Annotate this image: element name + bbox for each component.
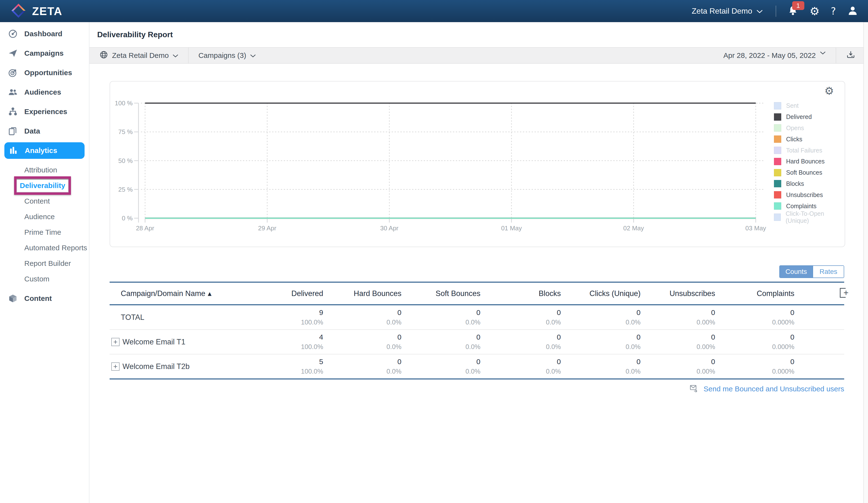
column-header-label: Blocks — [539, 289, 561, 298]
column-header-label: Unsubscribes — [670, 289, 715, 298]
chevron-down-icon — [820, 48, 826, 57]
legend-item-clicks[interactable]: Clicks — [774, 133, 845, 145]
people-icon — [8, 87, 18, 97]
legend-item-soft-bounces[interactable]: Soft Bounces — [774, 167, 845, 178]
sidebar-subitem-content[interactable]: Content — [0, 193, 89, 209]
chevron-down-icon — [250, 51, 256, 60]
legend-swatch — [774, 169, 781, 176]
chevron-down-icon — [756, 7, 763, 16]
expand-row-button[interactable]: + — [111, 362, 120, 371]
table-row-total: TOTAL9100.0%00.0%00.0%00.0%00.0%00.00%00… — [110, 305, 844, 330]
globe-icon — [100, 50, 108, 61]
legend-label: Complaints — [786, 203, 816, 210]
sidebar-item-audiences[interactable]: Audiences — [0, 82, 89, 102]
legend-item-sent[interactable]: Sent — [774, 100, 845, 111]
sidebar-subitem-attribution[interactable]: Attribution — [0, 162, 89, 178]
metric-cell-soft-bounces: 00.0% — [401, 309, 480, 326]
legend-label: Delivered — [786, 113, 812, 120]
brand: ZETA — [0, 3, 62, 19]
profile-button[interactable] — [847, 5, 858, 17]
sidebar-subitem-audience[interactable]: Audience — [0, 209, 89, 224]
legend-item-total-failures[interactable]: Total Failures — [774, 145, 845, 156]
sidebar-subitem-label: Audience — [0, 213, 55, 221]
legend-swatch — [774, 202, 781, 210]
metric-count: 0 — [323, 309, 401, 317]
counts-tab[interactable]: Counts — [780, 266, 813, 278]
legend-label: Click-To-Open (Unique) — [786, 210, 845, 224]
sidebar-subitem-deliverability[interactable]: Deliverability — [0, 178, 89, 193]
metric-rate: 0.0% — [401, 368, 480, 375]
help-button[interactable]: ? — [831, 6, 836, 17]
sidebar-item-dashboard[interactable]: Dashboard — [0, 24, 89, 43]
notification-badge: 1 — [792, 1, 804, 10]
legend-swatch — [774, 191, 781, 199]
filter-bar: Zeta Retail Demo Campaigns (3) Apr 28, 2… — [90, 47, 864, 64]
zeta-logo-icon — [11, 3, 26, 19]
sidebar-subitem-report-builder[interactable]: Report Builder — [0, 255, 89, 271]
sidebar-item-label: Dashboard — [24, 30, 62, 38]
svg-text:29 Apr: 29 Apr — [258, 224, 277, 232]
expand-row-button[interactable]: + — [111, 338, 120, 346]
column-header-campaign-domain-name[interactable]: Campaign/Domain Name▲ — [110, 289, 280, 298]
column-header-soft-bounces[interactable]: Soft Bounces — [401, 289, 480, 298]
sidebar-subitem-prime-time[interactable]: Prime Time — [0, 224, 89, 240]
legend-item-blocks[interactable]: Blocks — [774, 178, 845, 190]
metric-cell-clicks-unique: 00.0% — [561, 333, 641, 351]
column-header-delivered[interactable]: Delivered — [280, 289, 323, 298]
metric-count: 0 — [323, 358, 401, 366]
notifications-button[interactable]: 1 — [787, 5, 798, 17]
legend-swatch — [774, 135, 781, 143]
sidebar-item-campaigns[interactable]: Campaigns — [0, 43, 89, 63]
metric-rate: 0.0% — [480, 368, 561, 375]
legend-item-delivered[interactable]: Delivered — [774, 111, 845, 123]
account-filter[interactable]: Zeta Retail Demo — [98, 50, 180, 61]
metric-rate: 0.0% — [323, 368, 401, 375]
metric-count: 0 — [561, 309, 641, 317]
column-header-complaints[interactable]: Complaints — [715, 289, 794, 298]
documents-icon — [8, 126, 18, 136]
metric-cell-blocks: 00.0% — [480, 309, 561, 326]
sidebar-subitem-custom[interactable]: Custom — [0, 271, 89, 287]
sidebar-subitem-label: Custom — [0, 275, 49, 283]
sidebar-item-analytics[interactable]: Analytics — [0, 141, 89, 160]
download-button[interactable] — [845, 50, 857, 61]
metric-rate: 0.0% — [561, 368, 641, 375]
sidebar-item-experiences[interactable]: Experiences — [0, 102, 89, 121]
legend-swatch — [774, 158, 781, 165]
campaigns-filter[interactable]: Campaigns (3) — [197, 51, 257, 60]
column-header-clicks-unique[interactable]: Clicks (Unique) — [561, 289, 641, 298]
chart-settings-button[interactable]: ⚙ — [823, 85, 835, 97]
column-header-blocks[interactable]: Blocks — [480, 289, 561, 298]
sidebar-item-content[interactable]: Content — [0, 289, 89, 308]
metric-rate: 0.000% — [715, 319, 794, 326]
legend-item-hard-bounces[interactable]: Hard Bounces — [774, 156, 845, 167]
sidebar-item-label: Data — [24, 127, 40, 135]
divider — [188, 48, 188, 63]
sidebar-item-opportunities[interactable]: Opportunities — [0, 63, 89, 82]
svg-text:02 May: 02 May — [623, 224, 644, 232]
column-header-hard-bounces[interactable]: Hard Bounces — [323, 289, 401, 298]
column-header-unsubscribes[interactable]: Unsubscribes — [641, 289, 715, 298]
metric-cell-unsubscribes: 00.00% — [641, 309, 715, 326]
legend-swatch — [774, 180, 781, 187]
campaign-name: Welcome Email T2b — [123, 362, 189, 371]
date-range-selector[interactable]: Apr 28, 2022 - May 05, 2022 — [722, 51, 827, 60]
legend-item-unsubscribes[interactable]: Unsubscribes — [774, 189, 845, 200]
settings-button[interactable]: ⚙ — [810, 6, 820, 17]
download-icon — [846, 50, 856, 61]
sidebar-subitem-label: Automated Reports — [0, 244, 87, 252]
legend-item-opens[interactable]: Opens — [774, 123, 845, 134]
legend-item-click-to-open-unique[interactable]: Click-To-Open (Unique) — [774, 212, 845, 223]
sidebar-item-data[interactable]: Data — [0, 121, 89, 141]
send-bounced-link[interactable]: Send me Bounced and Unsubscribed users — [703, 385, 844, 393]
paper-plane-icon — [8, 48, 18, 58]
gear-icon: ⚙ — [810, 6, 820, 17]
rates-tab[interactable]: Rates — [813, 266, 844, 278]
user-icon — [847, 5, 858, 17]
account-selector[interactable]: Zeta Retail Demo — [690, 6, 764, 16]
scrollbar-track[interactable] — [864, 22, 868, 503]
legend-swatch — [774, 147, 781, 154]
add-column-button[interactable]: + — [840, 288, 846, 298]
sidebar-subitem-automated-reports[interactable]: Automated Reports — [0, 240, 89, 255]
gauge-icon — [8, 29, 18, 39]
